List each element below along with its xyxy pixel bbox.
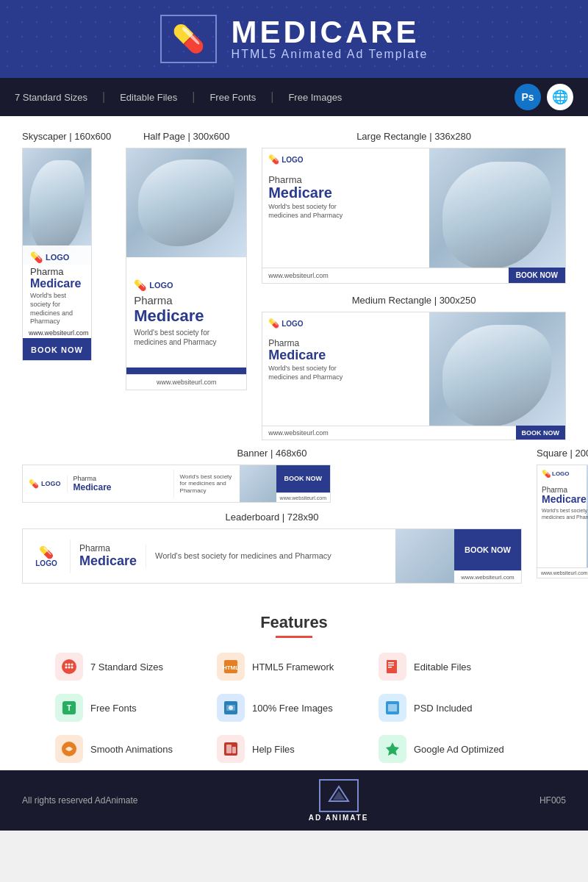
svg-marker-24 [386,742,399,756]
skyscraper-logo-text: LOGO [46,253,69,262]
page-footer: All rights reserved AdAnimate AD ANIMATE… [0,770,588,831]
footer-left: All rights reserved AdAnimate [22,795,137,806]
banner-book-now[interactable]: BOOK NOW [276,465,330,492]
leaderboard-medicare: Medicare [79,553,137,569]
feature-item-6: Smooth Animations [55,735,209,763]
banner-label: Banner | 468x60 [22,448,522,459]
footer-logo-text: AD ANIMATE [309,814,369,822]
leaderboard-url: www.websiteurl.com [454,570,521,584]
leaderboard-label: Leaderboard | 728x90 [22,512,522,523]
medium-rect-tagline: World's best society for medicines and P… [268,365,356,381]
medium-rect-bg [429,312,565,440]
square-logo-text: LOGO [552,470,570,477]
halfpage-tagline: World's best society for medicines and P… [134,328,239,347]
skyscraper-label: Skyscaper | 160x600 [22,131,111,142]
feature-item-7: Help Files [217,735,371,763]
halfpage-website: www.websiteurl.com [126,374,246,390]
skyscraper-medicare: Medicare [30,277,84,290]
halfpage-card: 💊 LOGO Pharma Medicare World's best soci… [126,148,247,390]
banner-tagline-section: World's best society for medicines and P… [173,470,240,498]
large-rect-book-now[interactable]: BOOK NOW [509,268,565,283]
square-tagline: World's best society for medicines and P… [542,507,588,520]
google-g: 🌐 [552,89,568,105]
navbar-item-fonts: Free Fonts [209,92,256,103]
photoshop-icon[interactable]: Ps [514,84,541,110]
large-rect-pharma: Pharma [268,174,356,185]
large-rect-label: Large Rectangle | 336x280 [262,131,566,142]
navbar-divider-3: | [270,90,273,104]
square-label: Square | 200x200 [537,448,588,459]
svg-rect-11 [388,664,394,666]
large-rect-text: Pharma Medicare World's best society for… [268,174,356,220]
medium-rect-medicare: Medicare [268,348,356,362]
skyscraper-tagline: World's best society for medicines and P… [30,292,84,326]
main-content: Skyscaper | 160x600 💊 LOGO Pharma Medica… [0,116,588,598]
feature-icon-5 [379,694,406,722]
banner-photo [240,465,276,503]
halfpage-section: Half Page | 300x600 💊 LOGO Pharma Medica… [126,131,247,390]
header-logo-box: 💊 [160,15,217,63]
feature-label-6: Smooth Animations [90,744,173,755]
medium-rect-book-now[interactable]: BOOK NOW [516,426,566,440]
footer-logo-icon [328,785,350,803]
leaderboard-tagline: World's best society for medicines and P… [146,545,395,567]
square-logo-row: 💊 LOGO [542,470,570,478]
square-footer: www.websiteurl.com BOOK NOW [537,567,588,578]
svg-point-5 [68,667,71,669]
medium-rect-logo-text: LOGO [282,320,303,328]
svg-point-1 [65,664,68,666]
feature-label-5: PSD Included [414,703,473,714]
svg-point-3 [71,664,74,666]
footer-logo-box [319,779,359,812]
skyscraper-overlay: 💊 LOGO Pharma Medicare World's best soci… [23,245,91,332]
medium-rect-label: Medium Rectangle | 300x250 [262,295,566,306]
halfpage-label: Half Page | 300x600 [126,131,247,142]
large-rect-url: www.websiteurl.com [262,268,509,283]
large-rect-bg [429,148,565,283]
halfpage-logo-icon: 💊 [134,279,146,291]
svg-point-4 [65,667,68,669]
navbar: 7 Standard Sizes | Editable Files | Free… [0,78,588,116]
banner-square-row: Banner | 468x60 💊 LOGO Pharma Medicare W… [22,448,566,584]
ps-label: Ps [521,91,534,103]
halfpage-logo-row: 💊 LOGO [134,279,239,291]
leaderboard-logo: 💊 LOGO [23,539,71,573]
feature-icon-1: HTML [217,653,245,681]
square-col: Square | 200x200 💊 LOGO Pharma Medicare … [537,448,588,578]
square-url: www.websiteurl.com [537,567,588,578]
medium-rect-pharma: Pharma [268,338,356,348]
square-medicare: Medicare [542,494,588,505]
features-title: Features [22,613,566,632]
feature-icon-8 [379,735,406,763]
medium-rect-logo-row: 💊 LOGO [268,318,303,329]
navbar-divider-1: | [102,90,105,104]
feature-item-2: Editable Files [379,653,533,681]
skyscraper-footer: BOOK NOW [23,338,91,360]
feature-item-3: T Free Fonts [55,694,209,722]
skyscraper-book-now[interactable]: BOOK NOW [31,345,83,354]
medium-rect-text: Pharma Medicare World's best society for… [268,338,356,381]
banner-logo-icon: 💊 [29,479,39,489]
footer-logo: AD ANIMATE [309,779,369,822]
medium-rect-footer-row: www.websiteurl.com BOOK NOW [262,426,565,440]
google-icon[interactable]: 🌐 [547,84,573,110]
feature-item-5: PSD Included [379,694,533,722]
feature-item-8: Google Ad Optimized [379,735,533,763]
leaderboard-card: 💊 LOGO Pharma Medicare World's best soci… [22,528,522,584]
features-section: Features 7 Standard Sizes HTML HTML5 Fra… [0,598,588,770]
leaderboard-book-now[interactable]: BOOK NOW [454,528,521,570]
svg-text:HTML: HTML [223,664,239,671]
feature-label-1: HTML5 Framework [252,662,334,673]
leaderboard-pharma: Pharma [79,543,137,553]
medium-rect-card: 💊 LOGO Pharma Medicare World's best soci… [262,312,566,440]
features-grid: 7 Standard Sizes HTML HTML5 Framework Ed… [55,653,533,763]
feature-label-7: Help Files [252,744,295,755]
leaderboard-photo [395,528,454,584]
svg-rect-19 [388,704,397,711]
banner-text-section: Pharma Medicare [68,471,173,496]
banner-logo-text: LOGO [41,480,61,487]
skyscraper-logo-icon: 💊 [30,251,43,263]
skyscraper-section: Skyscaper | 160x600 💊 LOGO Pharma Medica… [22,131,111,361]
leaderboard-logo-icon: 💊 [39,545,54,559]
feature-icon-6 [55,735,83,763]
